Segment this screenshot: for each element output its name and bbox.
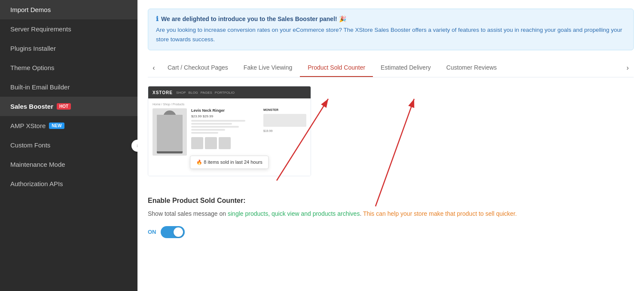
- preview-breadcrumb: Home / Shop / Products: [153, 103, 306, 106]
- preview-nav-links: SHOP BLOG PAGES PORTFOLIO: [176, 91, 235, 95]
- tab-fake-live-viewing[interactable]: Fake Live Viewing: [236, 59, 300, 77]
- sold-counter-popup: 🔥 8 items sold in last 24 hours: [190, 156, 269, 169]
- preview-related-img: [263, 114, 306, 127]
- preview-thumb-2: [205, 137, 217, 149]
- tabs-prev-arrow[interactable]: ‹: [148, 62, 160, 74]
- nav-link-2: BLOG: [189, 91, 198, 95]
- nav-link-4: PORTFOLIO: [215, 91, 235, 95]
- preview-right-col: MONSTER $19.99: [263, 108, 306, 156]
- sidebar: Import DemosServer RequirementsPlugins I…: [0, 0, 137, 291]
- preview-section: XSTORE SHOP BLOG PAGES PORTFOLIO Home / …: [148, 86, 311, 187]
- sidebar-item-authorization-apis[interactable]: Authorization APIs: [0, 174, 137, 193]
- preview-product-layout: Levis Neck Ringer $23.99 $29.99: [153, 108, 306, 156]
- preview-thumb-1: [191, 137, 203, 149]
- toggle-thumb: [174, 227, 183, 237]
- preview-product-price: $23.99 $29.99: [191, 114, 259, 118]
- tabs-container: ‹ Cart / Checkout PagesFake Live Viewing…: [148, 59, 634, 77]
- sidebar-item-theme-options[interactable]: Theme Options: [0, 58, 137, 77]
- content-area: XSTORE SHOP BLOG PAGES PORTFOLIO Home / …: [137, 77, 644, 247]
- tab-estimated-delivery[interactable]: Estimated Delivery: [373, 59, 439, 77]
- sidebar-item-import-demos[interactable]: Import Demos: [0, 0, 137, 19]
- preview-line-2: [191, 123, 232, 125]
- enable-desc-part1: Show total sales message on: [148, 210, 228, 217]
- banner-description: Are you looking to increase conversion r…: [156, 25, 626, 44]
- sidebar-item-custom-fonts[interactable]: Custom Fonts: [0, 135, 137, 155]
- toggle-container: ON: [148, 226, 634, 238]
- banner-title: We are delighted to introduce you to the…: [161, 15, 346, 22]
- tab-product-sold-counter[interactable]: Product Sold Counter: [300, 59, 373, 77]
- nav-link-3: PAGES: [201, 91, 212, 95]
- preview-logo: XSTORE: [153, 90, 173, 95]
- enable-desc-orange: This can help your store make that produ…: [363, 210, 517, 217]
- sidebar-item-amp-xstore[interactable]: AMP XStoreNEW: [0, 116, 137, 135]
- tabs-scroll: Cart / Checkout PagesFake Live ViewingPr…: [160, 59, 622, 77]
- preview-line-5: [191, 132, 218, 134]
- enable-desc-green: single products, quick view and products…: [228, 210, 360, 217]
- nav-link-1: SHOP: [176, 91, 186, 95]
- sidebar-item-sales-booster[interactable]: Sales BoosterHOT: [0, 97, 137, 116]
- enable-section: Enable Product Sold Counter: Show total …: [148, 197, 634, 219]
- preview-product-info: Levis Neck Ringer $23.99 $29.99: [191, 108, 259, 156]
- preview-small-imgs: [191, 137, 259, 149]
- preview-product-name: Levis Neck Ringer: [191, 108, 259, 113]
- preview-line-1: [191, 120, 245, 122]
- preview-related-label: MONSTER: [263, 108, 306, 111]
- main-content: ℹ We are delighted to introduce you to t…: [137, 0, 644, 291]
- tab-cart-checkout[interactable]: Cart / Checkout Pages: [160, 59, 236, 77]
- tabs-next-arrow[interactable]: ›: [622, 62, 634, 74]
- sold-counter-text: 🔥 8 items sold in last 24 hours: [196, 159, 262, 165]
- preview-product-image: [153, 108, 187, 156]
- tab-customer-reviews[interactable]: Customer Reviews: [439, 59, 504, 77]
- enable-desc-part2: .: [360, 210, 363, 217]
- preview-line-3: [191, 126, 239, 128]
- info-icon: ℹ: [156, 15, 159, 23]
- preview-product-lines: [191, 120, 259, 134]
- sidebar-item-maintenance-mode[interactable]: Maintenance Mode: [0, 155, 137, 174]
- info-banner: ℹ We are delighted to introduce you to t…: [148, 9, 634, 50]
- preview-body: Home / Shop / Products Levis Neck Ringer…: [148, 98, 311, 176]
- preview-nav-bar: XSTORE SHOP BLOG PAGES PORTFOLIO: [148, 86, 311, 98]
- preview-inner: XSTORE SHOP BLOG PAGES PORTFOLIO Home / …: [148, 86, 311, 176]
- preview-image: XSTORE SHOP BLOG PAGES PORTFOLIO Home / …: [148, 86, 311, 176]
- toggle-label: ON: [148, 229, 156, 235]
- enable-counter-title: Enable Product Sold Counter:: [148, 197, 634, 205]
- sidebar-item-plugins-installer[interactable]: Plugins Installer: [0, 39, 137, 58]
- preview-related-price: $19.99: [263, 129, 306, 132]
- svg-line-3: [375, 99, 414, 206]
- enable-toggle[interactable]: [161, 226, 185, 238]
- enable-counter-desc: Show total sales message on single produ…: [148, 209, 634, 219]
- preview-line-4: [191, 129, 225, 131]
- badge-sales-booster: HOT: [57, 103, 71, 110]
- banner-title-line: ℹ We are delighted to introduce you to t…: [156, 15, 626, 23]
- preview-thumb-3: [219, 137, 231, 149]
- sidebar-item-built-in-email-builder[interactable]: Built-in Email Builder: [0, 77, 137, 97]
- sidebar-item-server-requirements[interactable]: Server Requirements: [0, 19, 137, 39]
- badge-amp-xstore: NEW: [49, 123, 64, 129]
